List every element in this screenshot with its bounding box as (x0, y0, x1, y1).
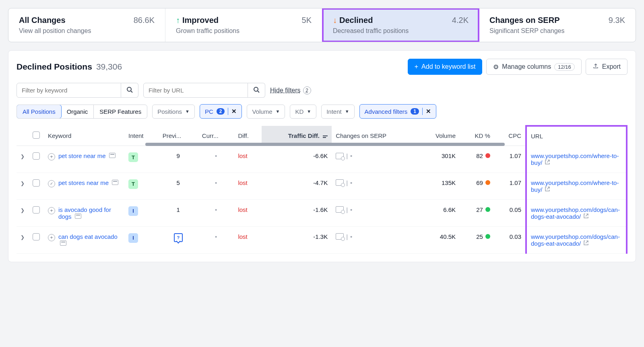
advanced-filters-chip[interactable]: Advanced filters 1 ✕ (359, 104, 436, 119)
pc-chip[interactable]: PC 2 ✕ (200, 104, 242, 119)
serp-preview-icon[interactable] (75, 214, 81, 219)
serp-divider: | (346, 233, 348, 240)
plus-circle-icon[interactable]: + (48, 234, 55, 241)
close-icon[interactable]: ✕ (422, 108, 431, 115)
export-button[interactable]: Export (586, 59, 627, 75)
hide-filters-count: 2 (303, 86, 311, 94)
panel-title-count: 39,306 (96, 62, 122, 72)
row-checkbox[interactable] (33, 152, 40, 160)
expand-row-caret[interactable]: ❯ (21, 207, 25, 213)
manage-columns-button[interactable]: ⚙ Manage columns 12/16 (486, 59, 581, 75)
volume-value: 6.6K (443, 206, 456, 213)
tab-desc: View all position changes (19, 27, 155, 35)
volume-value: 40.5K (440, 233, 456, 240)
serp-preview-icon[interactable] (112, 180, 118, 185)
external-link-icon[interactable] (583, 213, 589, 220)
tab-improved[interactable]: ↑ Improved5KGrown traffic positions (165, 8, 322, 42)
positions-chip[interactable]: Positions ▼ (152, 105, 195, 119)
manage-badge: 12/16 (554, 63, 575, 71)
external-link-icon[interactable] (545, 186, 550, 193)
tab-header: All Changes86.6K (19, 16, 155, 25)
serp-preview-icon[interactable] (109, 153, 116, 158)
search-icon (253, 86, 260, 93)
keyword-filter-group (17, 83, 138, 98)
col-url[interactable]: URL (526, 126, 627, 146)
keyword-cell: +pet store near me (48, 152, 120, 160)
chip-label: KD (295, 108, 303, 115)
filter-keyword-input[interactable] (17, 83, 121, 98)
keyword-link[interactable]: pet store near me (58, 152, 106, 159)
panel-header: Declined Positions 39,306 + Add to keywo… (17, 59, 627, 75)
serp-divider: | (346, 179, 348, 186)
col-keyword[interactable]: Keyword (44, 126, 124, 146)
plus-circle-icon[interactable]: + (48, 153, 55, 160)
serp-box-icon[interactable] (336, 153, 344, 159)
intent-chip[interactable]: Intent ▼ (321, 105, 354, 119)
table-row: ❯+is avocado good for dogs I1•lost-1.6K|… (17, 199, 627, 226)
expand-row-caret[interactable]: ❯ (21, 154, 25, 159)
chip-label: PC (205, 108, 213, 115)
chip-label: Positions (157, 108, 182, 115)
segment-serp-features[interactable]: SERP Features (94, 105, 147, 118)
tab-header: Changes on SERP9.3K (489, 16, 625, 25)
external-link-icon[interactable] (545, 159, 550, 166)
url-link[interactable]: www.yourpetshop.com/dogs/can-dogs-eat-av… (531, 233, 620, 247)
cpc-value: 1.07 (510, 179, 521, 186)
row-checkbox[interactable] (33, 179, 40, 187)
keyword-link[interactable]: pet stores near me (58, 179, 109, 186)
row-checkbox[interactable] (33, 233, 40, 240)
segment-all-positions[interactable]: All Positions (17, 105, 62, 119)
add-to-keyword-list-button[interactable]: + Add to keyword list (408, 59, 483, 75)
tab-declined[interactable]: ↓ Declined4.2KDecreased traffic position… (322, 8, 479, 42)
expand-row-caret[interactable]: ❯ (21, 234, 25, 240)
expand-row-caret[interactable]: ❯ (21, 181, 25, 186)
hide-filters-toggle[interactable]: Hide filters 2 (270, 86, 311, 94)
select-all-checkbox[interactable] (33, 131, 40, 139)
panel-title-text: Declined Positions (17, 62, 92, 72)
close-icon[interactable]: ✕ (228, 108, 237, 115)
serp-box-icon[interactable] (336, 233, 344, 240)
tab-all-changes[interactable]: All Changes86.6KView all position change… (8, 8, 165, 42)
chevron-down-icon: ▼ (276, 109, 280, 114)
serp-box-icon[interactable] (336, 206, 344, 213)
volume-value: 135K (442, 179, 456, 186)
keyword-link[interactable]: can dogs eat avocado (58, 233, 118, 240)
diff-value: lost (238, 179, 247, 186)
plus-circle-icon[interactable]: + (48, 207, 55, 214)
keyword-search-button[interactable] (121, 83, 138, 98)
chip-label: Volume (252, 108, 272, 115)
url-link[interactable]: www.yourpetshop.com/where-to-buy/ (531, 152, 619, 166)
external-link-icon[interactable] (583, 240, 589, 247)
cpc-value: 1.07 (510, 152, 521, 159)
chip-label: Intent (326, 108, 342, 115)
table-row: ❯✓pet stores near me T5•lost-4.7K|•135K6… (17, 172, 627, 199)
chip-label: Advanced filters (365, 108, 408, 115)
volume-chip[interactable]: Volume ▼ (247, 105, 285, 119)
url-link[interactable]: www.yourpetshop.com/where-to-buy/ (531, 179, 619, 193)
horizontal-scrollbar[interactable] (145, 143, 505, 146)
serp-box-icon[interactable] (336, 179, 344, 186)
check-circle-icon[interactable]: ✓ (48, 180, 55, 187)
segment-organic[interactable]: Organic (61, 105, 94, 118)
kd-value: 82 (476, 152, 483, 159)
svg-point-1 (254, 87, 258, 91)
tab-count: 5K (302, 16, 312, 25)
keyword-link[interactable]: is avocado good for dogs (58, 206, 111, 220)
keyword-cell: +is avocado good for dogs (48, 206, 120, 220)
url-link[interactable]: www.yourpetshop.com/dogs/can-dogs-eat-av… (531, 206, 620, 220)
kd-value: 27 (476, 206, 483, 213)
serp-preview-icon[interactable] (60, 240, 66, 246)
current-value: • (215, 233, 217, 240)
position-type-segments: All PositionsOrganicSERP Features (17, 105, 147, 119)
chip-count: 2 (217, 108, 225, 115)
serp-dot: • (350, 233, 352, 240)
kd-value: 25 (476, 233, 483, 240)
url-search-button[interactable] (248, 83, 265, 98)
table-row: ❯+can dogs eat avocado I?•lost-1.3K|•40.… (17, 226, 627, 253)
row-checkbox[interactable] (33, 206, 40, 214)
kd-chip[interactable]: KD ▼ (290, 105, 316, 119)
prev-value: 1 (177, 206, 180, 213)
serp-change-cell: |• (336, 206, 352, 213)
tab-changes-on-serp[interactable]: Changes on SERP9.3KSignificant SERP chan… (479, 8, 636, 42)
filter-url-input[interactable] (143, 83, 248, 98)
